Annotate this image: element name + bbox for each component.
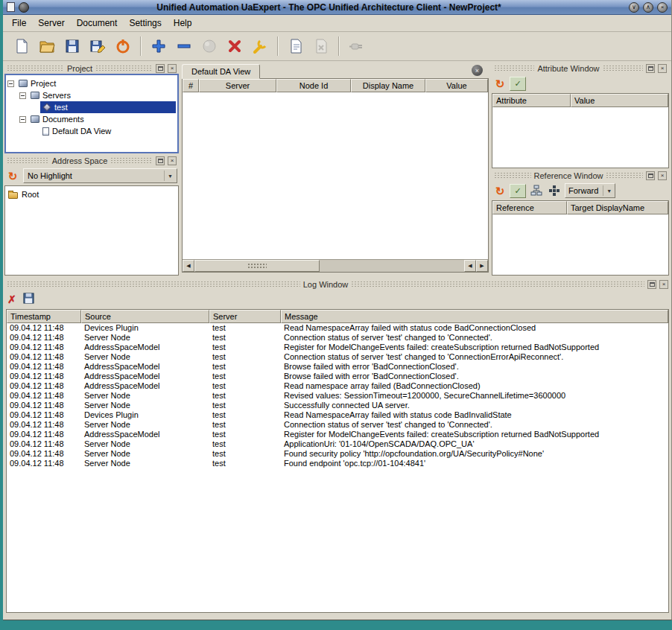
log-entry[interactable]: 09.04.12 11:48 Server Node test Found en… bbox=[7, 459, 668, 468]
close-dock-button[interactable] bbox=[659, 280, 668, 289]
save-project-as-button[interactable] bbox=[85, 34, 110, 58]
window-menu-button[interactable] bbox=[19, 2, 29, 13]
column-header[interactable]: Node Id bbox=[276, 79, 351, 92]
column-header[interactable]: Server bbox=[199, 79, 276, 92]
log-entry[interactable]: 09.04.12 11:48 Devices Plugin test Read … bbox=[7, 323, 668, 333]
close-dock-button[interactable] bbox=[168, 64, 177, 73]
column-header[interactable]: Target DisplayName bbox=[567, 201, 668, 214]
title-bar[interactable]: Unified Automation UaExpert - The OPC Un… bbox=[3, 0, 671, 15]
unshade-button[interactable] bbox=[643, 2, 653, 13]
menu-item[interactable]: Document bbox=[71, 16, 124, 31]
log-entry[interactable]: 09.04.12 11:48 Server Node test Connecti… bbox=[7, 420, 668, 430]
menu-item[interactable]: Server bbox=[32, 16, 70, 31]
log-entry[interactable]: 09.04.12 11:48 AddressSpaceModel test Re… bbox=[7, 381, 668, 391]
column-header[interactable]: Timestamp bbox=[7, 310, 81, 323]
close-dock-button[interactable] bbox=[658, 64, 667, 73]
reference-dock-titlebar[interactable]: Reference Window bbox=[492, 170, 669, 181]
project-dock-titlebar[interactable]: Project bbox=[4, 63, 179, 74]
float-dock-button[interactable] bbox=[156, 156, 165, 165]
column-header[interactable]: Reference bbox=[492, 201, 567, 214]
tree-item[interactable]: Documents bbox=[7, 113, 176, 125]
new-document-button[interactable] bbox=[9, 34, 34, 58]
log-entry[interactable]: 09.04.12 11:48 Server Node test Connecti… bbox=[7, 333, 668, 343]
close-view-button[interactable] bbox=[472, 65, 483, 76]
app-icon[interactable] bbox=[7, 2, 15, 12]
auto-update-toggle[interactable] bbox=[510, 77, 526, 91]
log-entry[interactable]: 09.04.12 11:48 AddressSpaceModel test Re… bbox=[7, 343, 668, 352]
log-dock-titlebar[interactable]: Log Window bbox=[4, 279, 671, 290]
menu-item[interactable]: File bbox=[6, 16, 32, 31]
log-entry[interactable]: 09.04.12 11:48 Server Node test Applicat… bbox=[7, 439, 668, 449]
refresh-icon[interactable] bbox=[493, 78, 507, 89]
open-project-button[interactable] bbox=[34, 34, 60, 58]
float-dock-button[interactable] bbox=[646, 171, 655, 180]
column-header[interactable]: Display Name bbox=[351, 79, 425, 92]
remove-document-button[interactable] bbox=[308, 34, 334, 58]
shade-button[interactable] bbox=[629, 2, 639, 13]
delete-button[interactable] bbox=[222, 34, 247, 58]
remove-server-button[interactable] bbox=[171, 34, 197, 58]
float-dock-button[interactable] bbox=[647, 280, 656, 289]
clear-log-button[interactable] bbox=[7, 294, 16, 305]
column-header[interactable]: Attribute bbox=[492, 94, 571, 107]
log-entry[interactable]: 09.04.12 11:48 AddressSpaceModel test Br… bbox=[7, 362, 668, 372]
log-entry[interactable]: 09.04.12 11:48 Server Node test Revised … bbox=[7, 391, 668, 401]
tab-default-da-view[interactable]: Default DA View bbox=[182, 64, 260, 79]
refresh-icon[interactable] bbox=[6, 171, 19, 182]
log-entry[interactable]: 09.04.12 11:48 AddressSpaceModel test Re… bbox=[7, 430, 668, 439]
close-window-button[interactable] bbox=[657, 2, 668, 13]
column-header[interactable]: Value bbox=[571, 94, 668, 107]
tree-expander-icon[interactable] bbox=[7, 80, 14, 87]
server-settings-button[interactable] bbox=[247, 34, 273, 58]
close-dock-button[interactable] bbox=[658, 171, 667, 180]
log-entry[interactable]: 09.04.12 11:48 Devices Plugin test Read … bbox=[7, 410, 668, 420]
float-dock-button[interactable] bbox=[646, 64, 655, 73]
log-entry[interactable]: 09.04.12 11:48 Server Node test Successf… bbox=[7, 401, 668, 410]
tree-item[interactable]: Servers bbox=[7, 89, 176, 101]
address-space-item[interactable]: Root bbox=[8, 188, 175, 200]
horizontal-scrollbar[interactable] bbox=[183, 259, 488, 272]
log-message: Connection status of server 'test' chang… bbox=[281, 420, 668, 430]
menu-item[interactable]: Settings bbox=[123, 16, 167, 31]
connect-server-button[interactable] bbox=[197, 34, 222, 58]
column-header[interactable]: Server bbox=[209, 310, 281, 323]
tree-expander-icon[interactable] bbox=[19, 116, 26, 123]
scrollbar-thumb[interactable] bbox=[194, 260, 320, 272]
column-header[interactable]: Source bbox=[81, 310, 209, 323]
column-header[interactable]: Value bbox=[425, 79, 488, 92]
log-server: test bbox=[209, 439, 281, 449]
tree-item[interactable]: Default DA View bbox=[7, 125, 176, 137]
add-document-button[interactable] bbox=[283, 34, 308, 58]
refresh-icon[interactable] bbox=[493, 185, 507, 197]
scroll-left-button[interactable] bbox=[183, 260, 194, 272]
scroll-right-button[interactable] bbox=[476, 260, 488, 272]
save-log-button[interactable] bbox=[22, 292, 35, 307]
tree-item[interactable]: Project bbox=[7, 77, 176, 89]
log-entry[interactable]: 09.04.12 11:48 Server Node test Found se… bbox=[7, 449, 668, 459]
log-timestamp: 09.04.12 11:48 bbox=[7, 420, 81, 430]
scroll-left-button-2[interactable] bbox=[464, 260, 476, 272]
menu-item[interactable]: Help bbox=[168, 16, 198, 31]
save-project-button[interactable] bbox=[60, 34, 85, 58]
direction-combo[interactable]: Forward bbox=[565, 183, 615, 198]
log-source: Server Node bbox=[81, 449, 209, 459]
dock-grip bbox=[7, 157, 49, 164]
quit-button[interactable] bbox=[110, 34, 136, 58]
column-header[interactable]: Message bbox=[281, 310, 668, 323]
add-server-button[interactable] bbox=[146, 34, 171, 58]
column-header[interactable]: # bbox=[183, 79, 199, 92]
float-dock-button[interactable] bbox=[156, 64, 165, 73]
address-space-dock-titlebar[interactable]: Address Space bbox=[4, 155, 179, 166]
attribute-dock-titlebar[interactable]: Attribute Window bbox=[492, 63, 669, 74]
connect-plug-button[interactable] bbox=[344, 34, 370, 58]
hierarchy-view-button[interactable] bbox=[529, 184, 544, 198]
close-dock-button[interactable] bbox=[168, 156, 177, 165]
log-entry[interactable]: 09.04.12 11:48 Server Node test Connecti… bbox=[7, 352, 668, 362]
scrollbar-track[interactable] bbox=[320, 260, 464, 272]
auto-update-toggle[interactable] bbox=[510, 184, 526, 198]
tree-item[interactable]: test bbox=[7, 101, 176, 113]
highlight-combo[interactable]: No Highlight bbox=[23, 168, 177, 183]
node-view-button[interactable] bbox=[547, 184, 562, 198]
tree-expander-icon[interactable] bbox=[19, 92, 26, 99]
log-entry[interactable]: 09.04.12 11:48 AddressSpaceModel test Br… bbox=[7, 372, 668, 381]
